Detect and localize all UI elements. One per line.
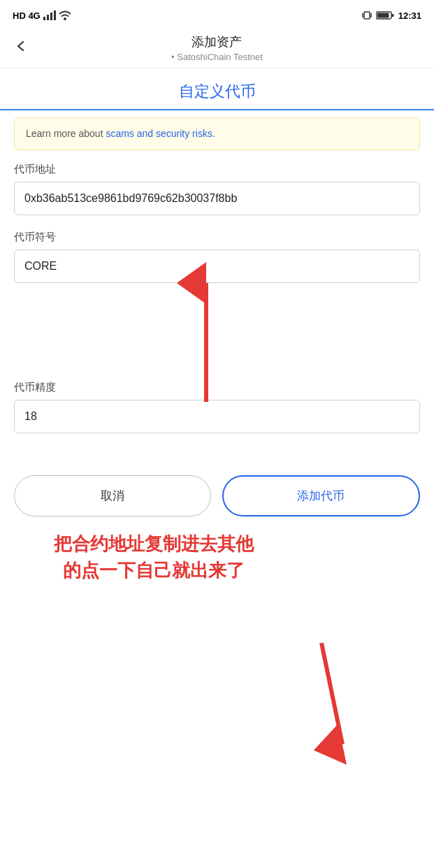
- symbol-field-group: 代币符号: [14, 231, 420, 283]
- svg-rect-2: [50, 13, 52, 20]
- battery-icon: [376, 10, 394, 20]
- nav-title-block: 添加资产 SatoshiChain Testnet: [171, 34, 263, 62]
- cancel-button[interactable]: 取消: [14, 475, 211, 516]
- form-section: 代币地址 代币符号: [0, 163, 434, 283]
- svg-rect-3: [54, 10, 56, 20]
- address-input[interactable]: [14, 182, 420, 215]
- top-nav: 添加资产 SatoshiChain Testnet: [0, 28, 434, 68]
- time-display: 12:31: [398, 10, 421, 21]
- decimals-input[interactable]: [14, 400, 420, 433]
- address-label: 代币地址: [14, 163, 420, 176]
- svg-rect-9: [377, 13, 389, 18]
- symbol-label: 代币符号: [14, 231, 420, 244]
- scam-link[interactable]: scams and security risks.: [106, 128, 215, 139]
- bottom-buttons: 取消 添加代币: [0, 461, 434, 530]
- symbol-input[interactable]: [14, 249, 420, 283]
- svg-rect-10: [391, 14, 393, 17]
- back-button[interactable]: [14, 39, 28, 57]
- page-title-section: 自定义代币: [0, 68, 434, 110]
- decimals-section: 代币精度: [0, 381, 434, 433]
- svg-point-4: [64, 17, 66, 20]
- hd-label: HD 4G: [13, 10, 41, 21]
- wifi-icon: [59, 10, 71, 20]
- svg-rect-1: [47, 15, 49, 20]
- svg-rect-0: [43, 17, 45, 20]
- decimals-field-group: 代币精度: [14, 381, 420, 433]
- signal-icon: [43, 10, 56, 20]
- page-title: 自定义代币: [14, 81, 420, 102]
- nav-title: 添加资产: [171, 34, 263, 50]
- warning-box: Learn more about scams and security risk…: [14, 117, 420, 150]
- nav-subtitle: SatoshiChain Testnet: [171, 52, 263, 62]
- vibrate-icon: [362, 10, 372, 20]
- annotation-text: 把合约地址复制进去其他的点一下自己就出来了: [14, 531, 294, 584]
- decimals-label: 代币精度: [14, 381, 420, 394]
- svg-line-14: [321, 643, 342, 744]
- svg-rect-5: [364, 12, 370, 19]
- status-left: HD 4G: [13, 10, 71, 21]
- address-field-group: 代币地址: [14, 163, 420, 215]
- add-token-button[interactable]: 添加代币: [222, 475, 421, 516]
- status-right: 12:31: [362, 10, 421, 21]
- status-bar: HD 4G 12:31: [0, 0, 434, 28]
